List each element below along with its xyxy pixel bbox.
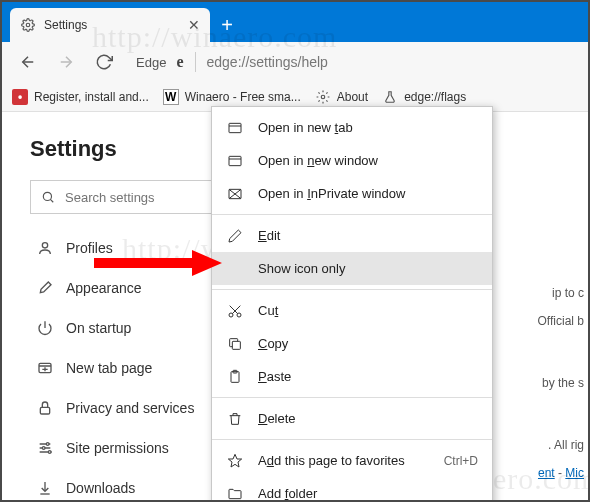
svg-point-3 bbox=[42, 243, 47, 248]
separator bbox=[212, 439, 492, 440]
person-icon bbox=[36, 239, 54, 257]
svg-point-1 bbox=[321, 95, 325, 99]
lock-icon bbox=[36, 399, 54, 417]
power-icon bbox=[36, 319, 54, 337]
settings-sidebar: Settings Profiles Appearance On startup bbox=[2, 112, 242, 500]
svg-rect-5 bbox=[40, 407, 49, 414]
cut-icon bbox=[226, 302, 244, 320]
gear-icon bbox=[315, 89, 331, 105]
toolbar: Edge e edge://settings/help bbox=[2, 42, 588, 82]
url-text: edge://settings/help bbox=[206, 54, 327, 70]
back-button[interactable] bbox=[12, 46, 44, 78]
refresh-button[interactable] bbox=[88, 46, 120, 78]
new-tab-button[interactable]: + bbox=[210, 8, 244, 42]
sliders-icon bbox=[36, 439, 54, 457]
star-icon bbox=[226, 452, 244, 470]
sidebar-item-label: On startup bbox=[66, 320, 131, 336]
tab-title: Settings bbox=[44, 18, 178, 32]
download-icon bbox=[36, 479, 54, 497]
annotation-arrow bbox=[92, 248, 222, 278]
svg-rect-15 bbox=[232, 341, 240, 349]
svg-point-8 bbox=[48, 451, 51, 454]
open-tab-icon bbox=[226, 119, 244, 137]
sidebar-item-label: Downloads bbox=[66, 480, 135, 496]
link-fragment[interactable]: Mic bbox=[565, 466, 584, 480]
blank-icon bbox=[226, 260, 244, 278]
ctx-show-icon-only[interactable]: Show icon only bbox=[212, 252, 492, 285]
ctx-label: Open in new window bbox=[258, 153, 478, 168]
close-icon[interactable]: ✕ bbox=[186, 17, 202, 33]
search-icon bbox=[41, 190, 55, 204]
search-settings-box[interactable] bbox=[30, 180, 230, 214]
edit-icon bbox=[226, 227, 244, 245]
link-fragment[interactable]: ent bbox=[538, 466, 555, 480]
sidebar-item-label: New tab page bbox=[66, 360, 152, 376]
ctx-label: Delete bbox=[258, 411, 478, 426]
svg-rect-10 bbox=[229, 123, 241, 132]
open-window-icon bbox=[226, 152, 244, 170]
bookmark-label: About bbox=[337, 90, 368, 104]
edge-logo-icon: e bbox=[176, 53, 189, 71]
address-label: Edge bbox=[126, 55, 170, 70]
ctx-copy[interactable]: Copy bbox=[212, 327, 492, 360]
gear-icon bbox=[20, 17, 36, 33]
folder-icon bbox=[226, 485, 244, 503]
shortcut-text: Ctrl+D bbox=[444, 454, 478, 468]
bookmark-item[interactable]: W Winaero - Free sma... bbox=[163, 89, 301, 105]
svg-rect-11 bbox=[229, 156, 241, 165]
ctx-label: Paste bbox=[258, 369, 478, 384]
ctx-add-to-favorites[interactable]: Add this page to favorites Ctrl+D bbox=[212, 444, 492, 477]
newtab-icon bbox=[36, 359, 54, 377]
bookmark-label: Winaero - Free sma... bbox=[185, 90, 301, 104]
ctx-label: Add this page to favorites bbox=[258, 453, 430, 468]
ctx-label: Open in InPrivate window bbox=[258, 186, 478, 201]
ctx-edit[interactable]: Edit bbox=[212, 219, 492, 252]
ctx-label: Open in new tab bbox=[258, 120, 478, 135]
ctx-label: Copy bbox=[258, 336, 478, 351]
separator bbox=[212, 397, 492, 398]
bookmark-label: edge://flags bbox=[404, 90, 466, 104]
separator bbox=[212, 214, 492, 215]
forward-button[interactable] bbox=[50, 46, 82, 78]
bookmark-item[interactable]: About bbox=[315, 89, 368, 105]
search-input[interactable] bbox=[65, 190, 233, 205]
ctx-label: Cut bbox=[258, 303, 478, 318]
inprivate-icon bbox=[226, 185, 244, 203]
copy-icon bbox=[226, 335, 244, 353]
ctx-open-new-tab[interactable]: Open in new tab bbox=[212, 111, 492, 144]
ctx-label: Add folder bbox=[258, 486, 478, 501]
bookmark-item[interactable]: edge://flags bbox=[382, 89, 466, 105]
ctx-label: Show icon only bbox=[258, 261, 478, 276]
ctx-delete[interactable]: Delete bbox=[212, 402, 492, 435]
ctx-open-inprivate[interactable]: Open in InPrivate window bbox=[212, 177, 492, 210]
divider bbox=[195, 52, 196, 72]
address-bar[interactable]: edge://settings/help bbox=[195, 47, 578, 77]
svg-point-7 bbox=[42, 447, 45, 450]
sidebar-item-label: Site permissions bbox=[66, 440, 169, 456]
bookmark-label: Register, install and... bbox=[34, 90, 149, 104]
context-menu: Open in new tab Open in new window Open … bbox=[211, 106, 493, 502]
svg-point-6 bbox=[46, 443, 49, 446]
ctx-open-new-window[interactable]: Open in new window bbox=[212, 144, 492, 177]
svg-marker-19 bbox=[192, 250, 222, 276]
favicon-icon: • bbox=[12, 89, 28, 105]
ctx-add-folder[interactable]: Add folder bbox=[212, 477, 492, 502]
titlebar: Settings ✕ + bbox=[2, 2, 588, 42]
delete-icon bbox=[226, 410, 244, 428]
sidebar-item-label: Appearance bbox=[66, 280, 142, 296]
ctx-cut[interactable]: Cut bbox=[212, 294, 492, 327]
browser-tab[interactable]: Settings ✕ bbox=[10, 8, 210, 42]
favicon-icon: W bbox=[163, 89, 179, 105]
ctx-paste[interactable]: Paste bbox=[212, 360, 492, 393]
separator bbox=[212, 289, 492, 290]
flask-icon bbox=[382, 89, 398, 105]
brush-icon bbox=[36, 279, 54, 297]
svg-point-2 bbox=[43, 192, 51, 200]
bookmark-item[interactable]: • Register, install and... bbox=[12, 89, 149, 105]
paste-icon bbox=[226, 368, 244, 386]
ctx-label: Edit bbox=[258, 228, 478, 243]
sidebar-item-label: Privacy and services bbox=[66, 400, 194, 416]
svg-point-0 bbox=[26, 23, 30, 27]
